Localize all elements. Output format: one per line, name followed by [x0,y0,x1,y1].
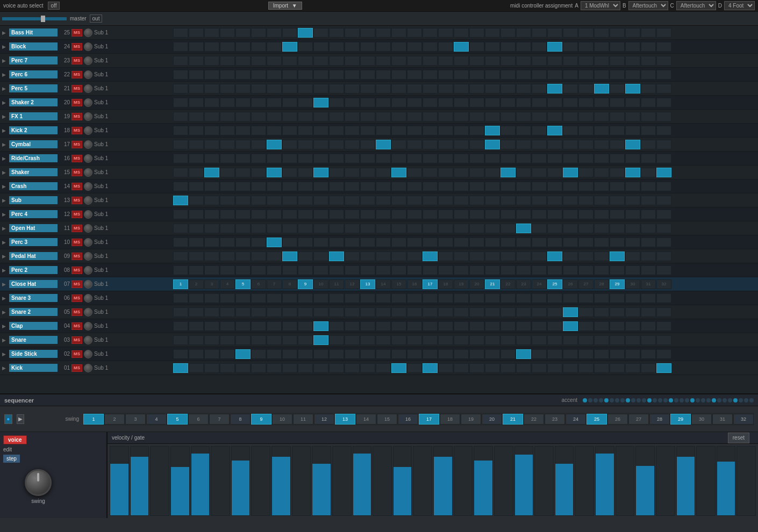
seq-step-btn[interactable]: 28 [649,414,670,425]
pattern-cell[interactable] [578,56,593,66]
pattern-cell[interactable] [251,126,266,135]
pattern-cell[interactable] [282,349,297,359]
pattern-cell[interactable] [329,349,344,359]
pattern-cell[interactable] [563,335,578,345]
track-name[interactable]: Crash [9,182,58,190]
pattern-cell[interactable] [500,349,516,359]
pattern-cell[interactable] [267,251,282,261]
pattern-cell[interactable] [220,56,235,66]
pattern-cell[interactable] [594,70,609,80]
pattern-cell[interactable] [641,210,656,219]
pattern-cell[interactable] [578,98,593,107]
pattern-cell[interactable] [204,363,219,373]
track-name[interactable]: Shaker [9,168,58,176]
accent-dot[interactable] [744,398,748,402]
pattern-cell[interactable] [267,70,282,80]
pattern-cell[interactable] [438,182,453,191]
pattern-cell[interactable] [594,168,609,177]
pattern-cell[interactable] [204,112,219,121]
track-expand-icon[interactable]: ▶ [2,212,8,217]
ms-button[interactable]: MS [71,350,82,358]
seq-step-btn[interactable]: 27 [628,414,649,425]
pattern-cell[interactable] [189,251,204,261]
pattern-cell[interactable] [282,363,297,373]
pattern-cell[interactable] [485,126,500,135]
pattern-cell[interactable] [641,126,656,135]
pattern-cell[interactable] [563,28,578,38]
track-knob[interactable] [84,56,92,65]
vel-bar-container[interactable] [170,446,190,516]
pattern-cell[interactable] [578,196,593,205]
pattern-cell[interactable] [641,335,656,345]
pattern-cell[interactable] [282,140,297,149]
pattern-cell[interactable] [500,307,516,317]
track-name[interactable]: Cymbal [9,140,58,148]
pattern-cell[interactable] [500,154,516,163]
pattern-cell[interactable] [532,363,547,373]
pattern-cell[interactable] [563,238,578,247]
pattern-cell[interactable] [298,293,313,303]
vel-bar-container[interactable] [211,446,230,516]
track-expand-icon[interactable]: ▶ [2,337,8,343]
vel-bar-container[interactable] [656,446,675,516]
midi-b-select[interactable]: Aftertouch [628,1,668,10]
pattern-cell[interactable] [578,349,593,359]
pattern-cell[interactable] [641,224,656,233]
vel-bar-container[interactable] [736,446,756,516]
pattern-cell[interactable] [313,321,328,331]
pattern-cell[interactable] [282,196,297,205]
pattern-cell[interactable] [204,140,219,149]
pattern-cell[interactable] [282,251,297,261]
pattern-cell[interactable] [282,293,297,303]
pattern-cell[interactable] [641,84,656,94]
step-cell[interactable]: 12 [345,279,360,289]
seq-step-btn[interactable]: 1 [83,414,104,425]
accent-dot[interactable] [663,398,668,402]
pattern-cell[interactable] [298,210,313,219]
pattern-cell[interactable] [563,293,578,303]
track-name[interactable]: Ride/Crash [9,154,58,162]
pattern-cell[interactable] [656,168,671,177]
pattern-cell[interactable] [469,182,484,191]
ms-button[interactable]: MS [71,183,82,190]
pattern-cell[interactable] [376,238,391,247]
pattern-cell[interactable] [610,154,625,163]
pattern-cell[interactable] [329,70,344,80]
pattern-cell[interactable] [220,363,235,373]
pattern-cell[interactable] [625,28,640,38]
track-knob[interactable] [84,196,92,205]
pattern-cell[interactable] [251,154,266,163]
pattern-cell[interactable] [516,126,531,135]
pattern-cell[interactable] [500,168,516,177]
pattern-cell[interactable] [423,84,438,94]
pattern-cell[interactable] [345,251,360,261]
pattern-cell[interactable] [516,349,531,359]
pattern-cell[interactable] [532,182,547,191]
pattern-cell[interactable] [267,238,282,247]
vel-bar-container[interactable] [332,446,352,516]
seq-step-btn[interactable]: 22 [524,414,544,425]
pattern-cell[interactable] [360,56,375,66]
pattern-cell[interactable] [656,307,671,317]
ms-button[interactable]: MS [71,322,82,330]
pattern-cell[interactable] [423,56,438,66]
pattern-cell[interactable] [313,363,328,373]
pattern-cell[interactable] [345,126,360,135]
pattern-cell[interactable] [532,70,547,80]
pattern-cell[interactable] [251,196,266,205]
accent-dot[interactable] [669,398,673,402]
pattern-cell[interactable] [516,196,531,205]
step-cell[interactable]: 1 [173,279,188,289]
pattern-cell[interactable] [563,196,578,205]
accent-dot[interactable] [696,398,700,402]
pattern-cell[interactable] [220,126,235,135]
pattern-cell[interactable] [173,42,188,52]
pattern-cell[interactable] [360,42,375,52]
pattern-cell[interactable] [423,224,438,233]
pattern-cell[interactable] [500,56,516,66]
pattern-cell[interactable] [454,84,469,94]
seq-step-btn[interactable]: 12 [314,414,334,425]
pattern-cell[interactable] [391,182,406,191]
pattern-cell[interactable] [298,196,313,205]
pattern-cell[interactable] [656,251,671,261]
